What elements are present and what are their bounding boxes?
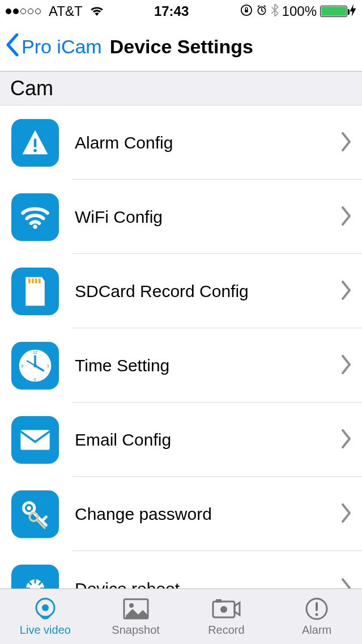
svg-rect-6 [28,278,31,283]
battery-icon [320,6,347,17]
svg-point-18 [33,364,37,367]
row-sdcard-record-config[interactable]: SDCard Record Config [0,254,362,328]
tab-snapshot[interactable]: Snapshot [91,589,181,644]
wifi-icon [91,3,103,19]
tab-label: Live video [20,624,71,637]
mail-icon [11,416,59,464]
svg-rect-40 [316,602,318,611]
wifi-icon [11,193,59,241]
row-label: Change password [75,505,340,524]
chevron-right-icon [340,132,352,154]
row-wifi-config[interactable]: WiFi Config [0,180,362,254]
tab-label: Snapshot [112,624,160,637]
tab-label: Record [208,624,244,637]
status-left: AT&T [6,3,103,19]
clock-label: 17:43 [154,3,189,19]
svg-rect-38 [216,599,222,603]
back-chevron-icon[interactable] [6,33,19,60]
tab-live-video[interactable]: Live video [0,589,91,644]
status-right: 100% [240,3,356,19]
svg-text:6: 6 [34,377,36,382]
sdcard-icon [11,268,59,315]
clock-icon: 12369 [11,342,59,389]
back-button[interactable]: Pro iCam [22,36,102,58]
svg-rect-9 [39,278,41,283]
alert-icon [11,119,59,167]
tab-bar: Live video Snapshot Record Alarm [0,588,362,644]
row-label: SDCard Record Config [75,282,340,301]
rotation-lock-icon [240,4,253,19]
svg-point-21 [27,506,31,510]
svg-text:3: 3 [47,363,49,368]
svg-point-37 [220,606,227,613]
chevron-right-icon [340,281,352,302]
row-email-config[interactable]: Email Config [0,402,362,477]
row-label: Alarm Config [75,133,340,152]
svg-rect-3 [34,138,37,147]
tab-alarm[interactable]: Alarm [271,589,362,644]
svg-rect-8 [35,278,37,283]
chevron-right-icon [340,503,352,525]
alarm-icon [304,596,329,621]
svg-point-33 [42,604,49,611]
record-icon [211,596,241,621]
row-alarm-config[interactable]: Alarm Config [0,105,362,180]
settings-list: Alarm Config WiFi Config SDCard Record C… [0,105,362,596]
row-time-setting[interactable]: 12369 Time Setting [0,328,362,402]
svg-rect-1 [245,10,248,12]
svg-point-5 [33,224,37,228]
row-label: Time Setting [75,356,340,375]
svg-text:9: 9 [21,363,23,368]
battery-percentage-label: 100% [282,3,317,19]
bluetooth-icon [271,4,279,19]
tab-label: Alarm [302,624,331,637]
page-title: Device Settings [110,36,253,58]
row-change-password[interactable]: Change password [0,477,362,551]
row-label: WiFi Config [75,207,340,227]
live-video-icon [33,596,58,621]
signal-dots-icon [6,9,41,14]
chevron-right-icon [340,355,352,376]
tab-record[interactable]: Record [181,589,272,644]
svg-rect-19 [20,430,49,450]
alarm-clock-icon [256,5,267,19]
nav-bar: Pro iCam Device Settings [0,23,362,71]
svg-point-4 [33,149,37,152]
snapshot-icon [122,596,150,621]
svg-text:12: 12 [33,350,37,354]
charging-bolt-icon [350,4,356,19]
key-icon [11,490,59,538]
carrier-label: AT&T [45,3,86,19]
row-label: Email Config [75,430,340,450]
chevron-right-icon [340,429,352,451]
status-bar: AT&T 17:43 100% [0,0,362,23]
svg-point-41 [316,613,318,616]
svg-rect-7 [32,278,34,283]
chevron-right-icon [340,206,352,228]
section-header-cam: Cam [0,71,362,105]
svg-point-35 [129,603,134,608]
